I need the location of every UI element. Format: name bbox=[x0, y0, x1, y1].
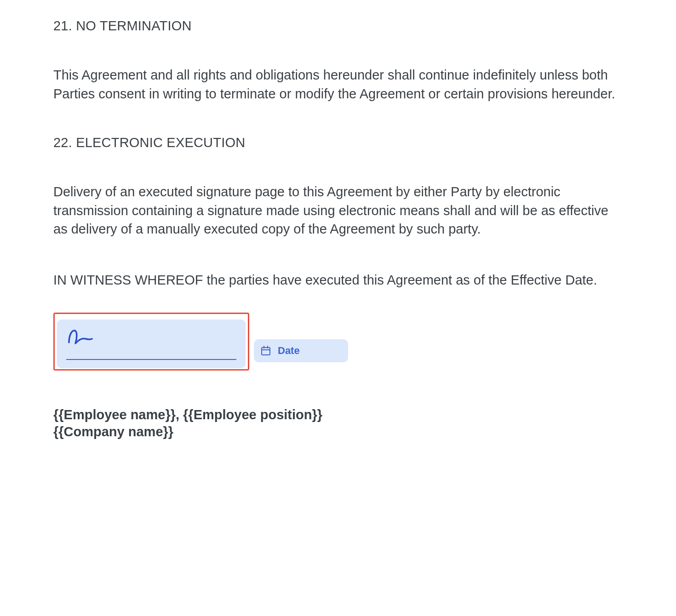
calendar-icon bbox=[260, 345, 271, 356]
section-22-body: Delivery of an executed signature page t… bbox=[53, 183, 623, 239]
signer-line-2: {{Company name}} bbox=[53, 423, 623, 441]
signature-field[interactable] bbox=[57, 319, 246, 368]
signer-line-1: {{Employee name}}, {{Employee position}} bbox=[53, 406, 623, 424]
section-21-body: This Agreement and all rights and obliga… bbox=[53, 66, 623, 103]
date-field[interactable]: Date bbox=[254, 339, 348, 362]
signature-row: Date bbox=[53, 313, 623, 371]
witness-clause: IN WITNESS WHEREOF the parties have exec… bbox=[53, 271, 623, 290]
section-22-heading: 22. ELECTRONIC EXECUTION bbox=[53, 135, 623, 150]
date-label: Date bbox=[278, 345, 300, 357]
section-21-heading: 21. NO TERMINATION bbox=[53, 18, 623, 34]
svg-rect-0 bbox=[262, 348, 270, 355]
signer-block: {{Employee name}}, {{Employee position}}… bbox=[53, 406, 623, 441]
signature-scribble-icon bbox=[67, 328, 93, 348]
signature-field-highlight bbox=[53, 313, 249, 371]
signature-line bbox=[66, 359, 236, 360]
